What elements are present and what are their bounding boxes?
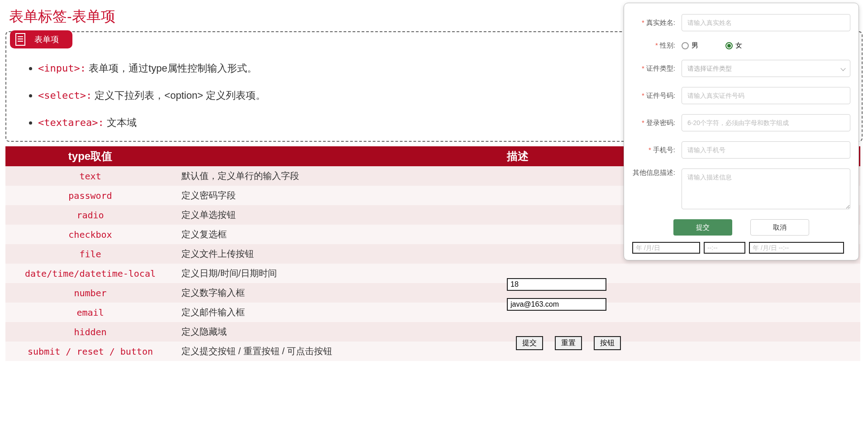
datetime-input[interactable]	[749, 242, 844, 254]
id-type-select[interactable]: 请选择证件类型	[682, 60, 850, 77]
id-no-input[interactable]	[682, 87, 850, 104]
document-icon	[15, 33, 25, 46]
date-input[interactable]	[632, 242, 700, 254]
real-name-label: *真实姓名:	[632, 19, 675, 27]
code-snippet: <select>:	[38, 90, 92, 101]
reset-button[interactable]: 重置	[555, 336, 582, 350]
form-submit-button[interactable]: 提交	[673, 219, 732, 236]
gender-label: *性别:	[632, 41, 675, 50]
generic-button[interactable]: 按钮	[594, 336, 621, 350]
table-row: date/time/datetime-local定义日期/时间/日期时间	[5, 264, 860, 283]
form-card: *真实姓名: *性别: 男 女 *证件类型: 请选择证件类型 *证件号码: *登…	[624, 3, 859, 260]
table-row: email定义邮件输入框	[5, 303, 860, 322]
id-type-label: *证件类型:	[632, 64, 675, 73]
code-snippet: <input>:	[38, 63, 86, 74]
time-input[interactable]	[704, 242, 745, 254]
email-input[interactable]	[507, 298, 606, 311]
table-row: hidden定义隐藏域	[5, 322, 860, 342]
gender-female-radio[interactable]: 女	[725, 41, 742, 50]
desc-label: 其他信息描述:	[632, 169, 675, 177]
form-cancel-button[interactable]: 取消	[750, 219, 809, 236]
phone-input[interactable]	[682, 141, 850, 159]
submit-button[interactable]: 提交	[516, 336, 543, 350]
table-header: type取值	[5, 146, 175, 166]
table-row: number定义数字输入框	[5, 283, 860, 303]
desc-textarea[interactable]	[682, 169, 850, 209]
tab-label: 表单项	[34, 34, 59, 45]
password-label: *登录密码:	[632, 119, 675, 127]
table-row: submit / reset / button定义提交按钮 / 重置按钮 / 可…	[5, 342, 860, 361]
gender-male-radio[interactable]: 男	[682, 41, 698, 50]
real-name-input[interactable]	[682, 14, 850, 31]
code-snippet: <textarea>:	[38, 117, 104, 128]
phone-label: *手机号:	[632, 146, 675, 154]
id-no-label: *证件号码:	[632, 91, 675, 100]
tab-form-item: 表单项	[10, 30, 72, 48]
password-input[interactable]	[682, 114, 850, 131]
number-input[interactable]	[507, 278, 606, 291]
